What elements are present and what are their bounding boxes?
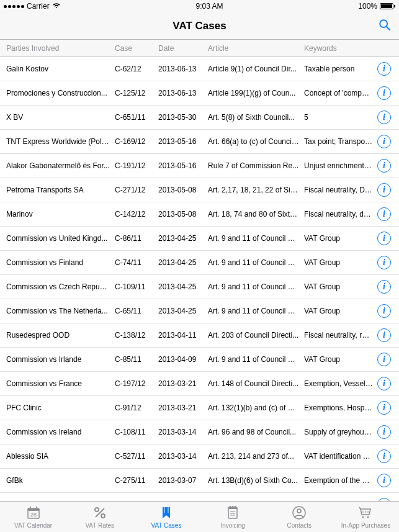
status-left: Carrier [4,2,61,11]
cell-case: C-271/12 [115,186,158,194]
info-button[interactable]: i [377,232,391,245]
cell-article: Art. 18, 74 and 80 of Sixth... [208,210,304,219]
info-button[interactable]: i [377,256,391,269]
cell-article: Art. 132(1)(b) and (c) of C... [208,404,304,412]
info-button[interactable]: i [377,425,391,439]
info-button[interactable]: i [377,207,391,221]
cell-date: 2013-04-25 [158,234,208,243]
info-button[interactable]: i [377,280,391,294]
table-row[interactable]: GfBkC-275/112013-03-07Art. 13B(d)(6) of … [0,469,399,493]
table-row[interactable]: MarinovC-142/122013-05-08Art. 18, 74 and… [0,202,399,227]
cell-case: C-651/11 [115,113,158,122]
cell-case: C-62/12 [115,65,158,73]
svg-rect-16 [235,506,236,508]
cell-keywords: VAT Group [304,355,375,364]
info-button[interactable]: i [377,449,391,463]
info-button[interactable]: i [377,377,391,390]
table-row[interactable]: Efir OODC-19/122013-03-07Art. 62, 63, 65… [0,493,399,501]
table-row[interactable]: Commission vs The Netherla...C-65/112013… [0,299,399,323]
tab-cases[interactable]: VAT Cases [133,502,199,532]
table-row[interactable]: Commission vs United Kingd...C-86/112013… [0,227,399,251]
tab-invoicing[interactable]: Invoicing [200,502,266,532]
table-row[interactable]: Commission vs IrelandC-108/112013-03-14A… [0,420,399,444]
header-date[interactable]: Date [158,44,208,53]
svg-point-24 [367,516,369,518]
info-button[interactable]: i [377,183,391,197]
header-article[interactable]: Article [208,44,304,53]
table-row[interactable]: X BVC-651/112013-05-30Art. 5(8) of Sixth… [0,106,399,130]
cases-table[interactable]: Galin KostovC-62/122013-06-13Article 9(1… [0,57,399,501]
info-button[interactable]: i [377,159,391,173]
info-button[interactable]: i [377,353,391,366]
cell-case: C-142/12 [115,210,158,219]
svg-rect-4 [30,507,31,510]
cell-keywords: Fiscal neutrality, deducti... [304,210,375,219]
tab-label: VAT Cases [151,522,181,529]
rates-icon [92,505,108,521]
battery-icon [380,3,395,9]
cell-case: C-169/12 [115,137,158,146]
tab-label: Invoicing [220,522,244,529]
table-row[interactable]: PFC ClinicC-91/122013-03-21Art. 132(1)(b… [0,396,399,420]
cell-article: Art. 9 and 11 of Council D... [208,258,304,267]
info-button[interactable]: i [377,328,391,342]
info-icon: i [383,186,385,194]
cell-parties: Galin Kostov [6,65,115,73]
cell-case: C-86/11 [115,234,158,243]
svg-rect-3 [28,508,39,511]
tab-label: In-App Purchases [341,522,391,529]
info-button[interactable]: i [377,110,391,124]
cell-keywords: Exemptions, Hospital an... [304,404,375,412]
cell-case: C-197/12 [115,379,158,388]
table-row[interactable]: Ablessio SIAC-527/112013-03-14Art. 213, … [0,444,399,469]
cell-parties: Commission vs Irlande [6,355,115,364]
table-row[interactable]: Commission vs FinlandC-74/112013-04-25Ar… [0,251,399,275]
table-row[interactable]: Commission vs IrlandeC-85/112013-04-09Ar… [0,348,399,372]
tab-contacts[interactable]: Contacts [266,502,333,532]
page-title: VAT Cases [173,20,226,32]
cell-keywords: Supply of greyhounds a... [304,428,375,436]
info-button[interactable]: i [377,401,391,415]
cell-date: 2013-04-25 [158,307,208,315]
table-row[interactable]: Rusedespred OODC-138/122013-04-11Art. 20… [0,323,399,348]
tab-purchases[interactable]: In-App Purchases [333,502,399,532]
table-row[interactable]: Alakor Gabonatermelő és For...C-191/1220… [0,154,399,178]
tab-calendar[interactable]: 28VAT Calendar [0,502,66,532]
cell-article: Art. 9 and 11 of Council D... [208,282,304,291]
cell-date: 2013-03-14 [158,428,208,436]
header-keywords[interactable]: Keywords [304,44,375,53]
cell-article: Art. 213, 214 and 273 of... [208,452,304,461]
info-button[interactable]: i [377,304,391,318]
table-row[interactable]: Commission vs FranceC-197/122013-03-21Ar… [0,372,399,396]
cell-parties: Commission vs The Netherla... [6,307,115,315]
cell-parties: Marinov [6,210,115,219]
info-button[interactable]: i [377,474,391,487]
cell-date: 2013-05-30 [158,113,208,122]
status-right: 100% [358,2,395,11]
search-button[interactable] [378,18,392,34]
cell-article: Art. 203 of Council Directi... [208,331,304,340]
table-row[interactable]: Petroma Transports SAC-271/122013-05-08A… [0,178,399,202]
cases-icon [158,505,174,521]
table-row[interactable]: Commission vs Czech RepublicC-109/112013… [0,275,399,299]
info-button[interactable]: i [377,62,391,76]
cell-parties: Commission vs Czech Republic [6,282,115,291]
info-button[interactable]: i [377,135,391,148]
cell-parties: PFC Clinic [6,404,115,412]
tab-rates[interactable]: VAT Rates [66,502,133,532]
table-row[interactable]: TNT Express Worldwide (Pola...C-169/1220… [0,130,399,154]
header-case[interactable]: Case [115,44,158,53]
cell-keywords: Taxable person [304,65,375,73]
info-icon: i [383,355,385,364]
table-row[interactable]: Galin KostovC-62/122013-06-13Article 9(1… [0,57,399,81]
svg-point-7 [95,508,99,512]
table-row[interactable]: Promociones y Construccion...C-125/12201… [0,81,399,106]
cell-date: 2013-04-25 [158,282,208,291]
cell-parties: Commission vs Ireland [6,428,115,436]
cell-parties: Alakor Gabonatermelő és For... [6,161,115,170]
cell-keywords: VAT Group [304,234,375,243]
info-button[interactable]: i [377,86,391,100]
cell-case: C-108/11 [115,428,158,436]
info-icon: i [383,258,385,267]
header-parties[interactable]: Parties Involved [6,44,115,53]
